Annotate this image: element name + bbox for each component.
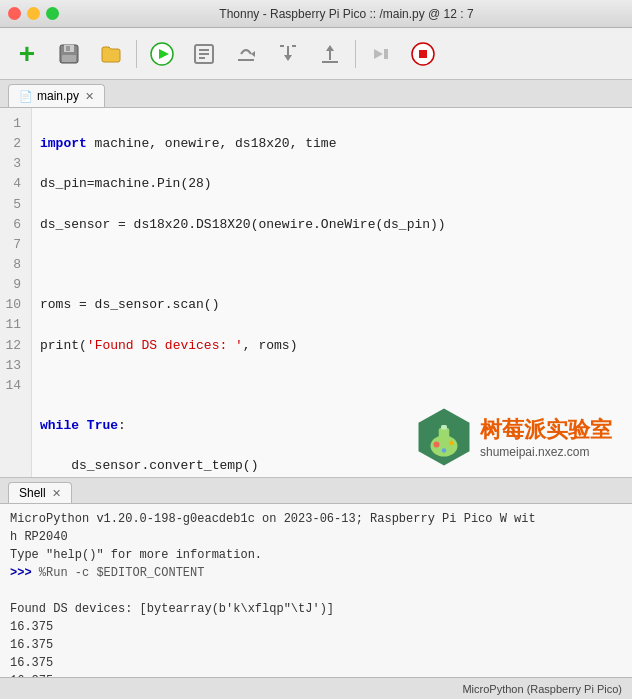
folder-icon [99, 42, 123, 66]
shell-line-4: >>> %Run -c $EDITOR_CONTENT [10, 564, 622, 582]
step-over-button[interactable] [227, 35, 265, 73]
shell-line-8: 16.375 [10, 636, 622, 654]
step-out-icon [318, 42, 342, 66]
debug-icon [192, 42, 216, 66]
tab-label: main.py [37, 89, 79, 103]
window-title: Thonny - Raspberry Pi Pico :: /main.py @… [69, 7, 624, 21]
resume-icon [369, 42, 393, 66]
code-editor[interactable]: 1234 5678 9101112 1314 import machine, o… [0, 108, 632, 478]
status-text: MicroPython (Raspberry Pi Pico) [462, 683, 622, 695]
tab-icon: 📄 [19, 90, 33, 103]
line-numbers: 1234 5678 9101112 1314 [0, 108, 32, 477]
shell-line-3: Type "help()" for more information. [10, 546, 622, 564]
shell-tab-label: Shell [19, 486, 46, 500]
debug-button[interactable] [185, 35, 223, 73]
shell-line-1: MicroPython v1.20.0-198-g0eacdeb1c on 20… [10, 510, 622, 528]
run-icon [150, 42, 174, 66]
step-into-button[interactable] [269, 35, 307, 73]
step-into-icon [276, 42, 300, 66]
step-over-icon [234, 42, 258, 66]
svg-marker-13 [284, 55, 292, 61]
load-button[interactable] [92, 35, 130, 73]
svg-rect-20 [384, 49, 388, 59]
tab-close-icon[interactable]: ✕ [85, 90, 94, 103]
shell-tab-close-icon[interactable]: ✕ [52, 487, 61, 500]
shell-line-6: Found DS devices: [bytearray(b'k\xflqp"\… [10, 600, 622, 618]
shell-section: Shell ✕ MicroPython v1.20.0-198-g0eacdeb… [0, 478, 632, 677]
status-bar: MicroPython (Raspberry Pi Pico) [0, 677, 632, 699]
window-controls [8, 7, 59, 20]
shell-line-2: h RP2040 [10, 528, 622, 546]
resume-button[interactable] [362, 35, 400, 73]
step-out-button[interactable] [311, 35, 349, 73]
svg-rect-3 [66, 46, 70, 51]
svg-marker-17 [326, 45, 334, 51]
shell-line-7: 16.375 [10, 618, 622, 636]
svg-rect-22 [419, 50, 427, 58]
maximize-button[interactable] [46, 7, 59, 20]
svg-marker-10 [251, 51, 255, 57]
new-icon: + [19, 40, 35, 68]
shell-tab-bar: Shell ✕ [0, 478, 632, 504]
svg-rect-2 [62, 55, 76, 62]
separator-2 [355, 40, 356, 68]
shell-tab[interactable]: Shell ✕ [8, 482, 72, 503]
code-content[interactable]: import machine, onewire, ds18x20, time d… [32, 108, 632, 477]
editor-tab-bar: 📄 main.py ✕ [0, 80, 632, 108]
run-button[interactable] [143, 35, 181, 73]
shell-line-10: 16.375 [10, 672, 622, 677]
svg-marker-19 [374, 49, 383, 59]
editor-tab[interactable]: 📄 main.py ✕ [8, 84, 105, 107]
new-button[interactable]: + [8, 35, 46, 73]
shell-line-9: 16.375 [10, 654, 622, 672]
minimize-button[interactable] [27, 7, 40, 20]
title-bar: Thonny - Raspberry Pi Pico :: /main.py @… [0, 0, 632, 28]
stop-icon [411, 42, 435, 66]
separator-1 [136, 40, 137, 68]
shell-content[interactable]: MicroPython v1.20.0-198-g0eacdeb1c on 20… [0, 504, 632, 677]
save-button[interactable] [50, 35, 88, 73]
shell-line-5 [10, 582, 622, 600]
stop-button[interactable] [404, 35, 442, 73]
close-button[interactable] [8, 7, 21, 20]
toolbar: + [0, 28, 632, 80]
save-icon [57, 42, 81, 66]
